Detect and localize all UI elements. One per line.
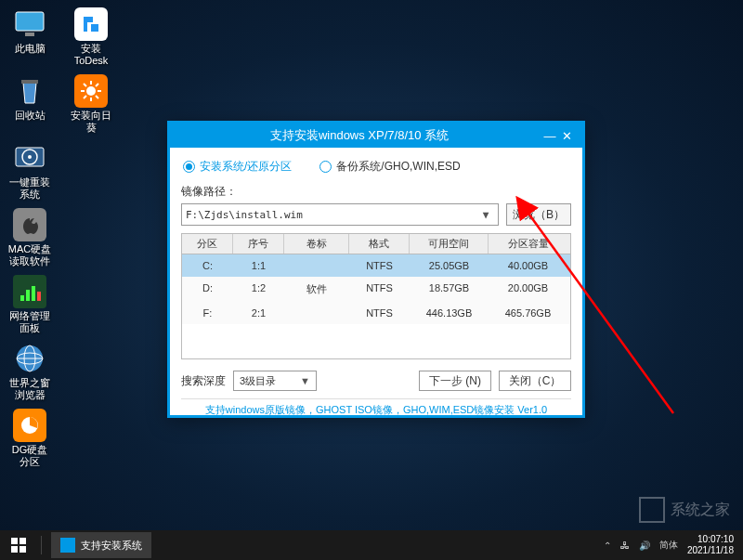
svg-point-14 [28, 155, 32, 159]
start-button[interactable] [0, 530, 37, 560]
minimize-button[interactable]: — [541, 129, 558, 143]
radio-install-restore[interactable]: 安装系统/还原分区 [183, 159, 292, 175]
svg-rect-18 [37, 292, 41, 301]
svg-line-9 [96, 96, 98, 98]
table-row[interactable]: D: 1:2 软件 NTFS 18.57GB 20.00GB [182, 277, 570, 302]
volume-icon[interactable]: 🔊 [639, 540, 650, 551]
tray-up-icon[interactable]: ⌃ [604, 540, 611, 551]
clock[interactable]: 10:07:10 2021/11/18 [687, 534, 734, 556]
table-row[interactable]: C: 1:1 NTFS 25.05GB 40.00GB [182, 254, 570, 277]
window-content: 安装系统/还原分区 备份系统/GHO,WIN,ESD 镜像路径： F:\Zjds… [170, 148, 582, 426]
image-path-label: 镜像路径： [181, 184, 571, 200]
search-depth-label: 搜索深度 [181, 373, 226, 389]
svg-rect-1 [25, 33, 34, 36]
apple-icon [13, 208, 46, 241]
svg-rect-28 [20, 546, 26, 553]
svg-rect-15 [20, 295, 24, 301]
sunflower-icon [74, 74, 108, 108]
bars-icon [13, 275, 46, 308]
radio-backup[interactable]: 备份系统/GHO,WIN,ESD [319, 159, 460, 175]
partition-table: 分区 序号 卷标 格式 可用空间 分区容量 C: 1:1 NTFS 25.05G… [181, 233, 571, 359]
svg-point-3 [86, 86, 96, 96]
svg-rect-26 [20, 538, 26, 544]
desktop-icon-reinstall[interactable]: 一键重装系统 [7, 141, 52, 201]
svg-rect-16 [26, 290, 30, 301]
desktop-icon-network-panel[interactable]: 网络管理面板 [7, 275, 52, 334]
svg-rect-2 [21, 80, 38, 84]
close-button[interactable]: ✕ [558, 129, 575, 143]
table-row[interactable]: F: 2:1 NTFS 446.13GB 465.76GB [182, 302, 570, 324]
svg-rect-17 [32, 286, 35, 301]
radio-icon [183, 161, 195, 173]
house-icon [639, 497, 665, 523]
todesk-icon [74, 7, 108, 41]
dropdown-icon[interactable]: ▼ [477, 209, 494, 221]
browse-button[interactable]: 浏览（B） [506, 203, 571, 226]
system-tray: ⌃ 🖧 🔊 简体 10:07:10 2021/11/18 [594, 534, 743, 556]
taskbar-item-installer[interactable]: 支持安装系统 [51, 532, 151, 558]
titlebar[interactable]: 支持安装windows XP/7/8/10 系统 — ✕ [170, 124, 582, 148]
desktop-icon-browser[interactable]: 世界之窗浏览器 [7, 342, 52, 401]
taskbar: 支持安装系统 ⌃ 🖧 🔊 简体 10:07:10 2021/11/18 [0, 530, 743, 560]
svg-line-10 [84, 96, 86, 98]
ime-indicator[interactable]: 简体 [659, 539, 678, 552]
desktop: 此电脑 安装ToDesk 回收站 安装向日葵 一键重装系统 [0, 0, 743, 560]
desktop-icon-mac-disk[interactable]: MAC硬盘读取软件 [7, 208, 52, 267]
next-button[interactable]: 下一步 (N) [419, 371, 491, 391]
search-depth-select[interactable]: 3级目录 ▼ [233, 371, 317, 391]
desktop-icon-recycle-bin[interactable]: 回收站 [7, 74, 52, 134]
table-header: 分区 序号 卷标 格式 可用空间 分区容量 [182, 234, 570, 254]
svg-rect-25 [11, 538, 18, 544]
desktop-icons: 此电脑 安装ToDesk 回收站 安装向日葵 一键重装系统 [7, 7, 113, 468]
close-btn[interactable]: 关闭（C） [499, 371, 571, 391]
pie-icon [13, 409, 46, 442]
desktop-icon-this-pc[interactable]: 此电脑 [7, 7, 52, 67]
recycle-bin-icon [13, 74, 46, 108]
dropdown-icon: ▼ [300, 375, 310, 386]
svg-line-11 [96, 84, 98, 86]
desktop-icon-dg-partition[interactable]: DG硬盘分区 [7, 409, 52, 468]
svg-rect-0 [16, 12, 44, 31]
window-title: 支持安装windows XP/7/8/10 系统 [177, 127, 541, 144]
monitor-icon [13, 7, 46, 41]
installer-window: 支持安装windows XP/7/8/10 系统 — ✕ 安装系统/还原分区 备… [167, 121, 585, 418]
desktop-icon-todesk[interactable]: 安装ToDesk [69, 7, 113, 67]
cd-monitor-icon [13, 141, 46, 175]
svg-line-8 [84, 84, 86, 86]
watermark: 系统之家 [639, 497, 730, 523]
svg-rect-27 [11, 546, 18, 553]
image-path-input[interactable]: F:\Zjds\install.wim ▼ [181, 203, 499, 226]
network-icon[interactable]: 🖧 [620, 540, 630, 551]
version-info: 支持windows原版镜像，GHOST ISO镜像，GHO,WIM,ESD镜像安… [181, 398, 571, 419]
app-icon [60, 538, 75, 553]
radio-icon [319, 161, 332, 173]
desktop-icon-sunflower[interactable]: 安装向日葵 [69, 74, 113, 134]
globe-icon [13, 342, 46, 375]
